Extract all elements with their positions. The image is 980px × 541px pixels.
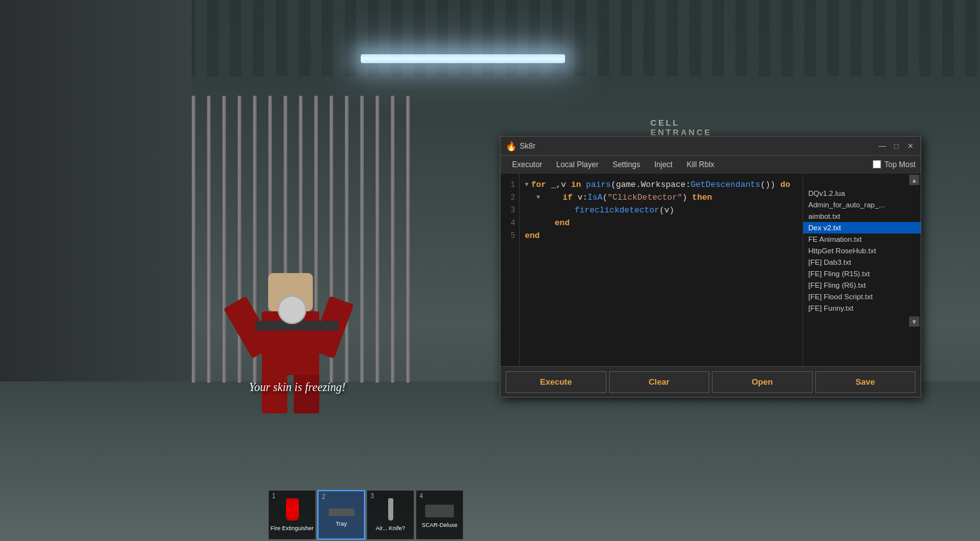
close-button[interactable]: ✕ (905, 141, 916, 151)
code-line-2: ▼ if v: IsA ( "ClickDetector" ) then (525, 191, 797, 204)
freeze-notification: Your skin is freezing! (249, 381, 345, 394)
maximize-button[interactable]: □ (891, 141, 901, 151)
file-panel: ▲ DQv1.2.lua Admin_for_auto_rap_... aimb… (803, 174, 921, 366)
bar (207, 96, 211, 383)
code-editor[interactable]: 1 2 3 4 5 ▼ for _,v in pairs (game.Works… (501, 174, 803, 366)
top-most-label: Top Most (884, 160, 916, 169)
file-item-5[interactable]: HttpGet RoseHub.txt (803, 245, 921, 256)
menu-settings[interactable]: Settings (606, 158, 646, 171)
clear-button[interactable]: Clear (609, 371, 710, 393)
line-num-3: 3 (501, 204, 515, 217)
bar (375, 96, 379, 383)
scroll-up-button[interactable]: ▲ (909, 175, 919, 185)
file-item-7[interactable]: [FE] Fling (R15).txt (803, 268, 921, 279)
code-line-3: fireclickdetector (v) (525, 204, 797, 217)
slot-number-1: 1 (272, 493, 276, 500)
save-button[interactable]: Save (815, 371, 916, 393)
bar (192, 96, 195, 383)
title-bar[interactable]: 🔥 Sk8r — □ ✕ (501, 137, 921, 156)
file-item-4[interactable]: FE Animation.txt (803, 233, 921, 245)
executor-content: 1 2 3 4 5 ▼ for _,v in pairs (game.Works… (501, 174, 921, 366)
scroll-buttons: ▲ (803, 174, 921, 186)
scar-icon (425, 505, 454, 517)
menu-kill-rblx[interactable]: Kill Rblx (680, 158, 720, 171)
bar (391, 96, 395, 383)
top-most-checkbox[interactable] (873, 160, 881, 168)
bar (222, 96, 226, 383)
tray-icon (329, 508, 354, 516)
slot-label-1: Fire Extinguisher (271, 522, 314, 532)
line-numbers: 1 2 3 4 5 (501, 174, 520, 366)
toggle-1: ▼ (525, 179, 529, 191)
slot-label-2: Tray (336, 517, 347, 528)
menu-bar: Executor Local Player Settings Inject Ki… (501, 156, 921, 174)
menu-executor[interactable]: Executor (506, 158, 548, 171)
file-item-8[interactable]: [FE] Fling (R6).txt (803, 279, 921, 291)
executor-window: 🔥 Sk8r — □ ✕ Executor Local Player Setti… (500, 136, 921, 397)
code-line-1: ▼ for _,v in pairs (game.Workspace: GetD… (525, 179, 797, 191)
hotbar-slot-4[interactable]: 4 SCAR-Deluxe (416, 490, 464, 540)
file-item-0[interactable]: DQv1.2.lua (803, 188, 921, 199)
top-most-area: Top Most (873, 160, 916, 169)
extinguisher-icon (286, 498, 299, 521)
hotbar-slot-2[interactable]: 2 Tray (317, 490, 365, 540)
file-item-2[interactable]: aimbot.txt (803, 211, 921, 222)
file-item-9[interactable]: [FE] Flood Script.txt (803, 291, 921, 302)
bar (406, 96, 410, 383)
bar (360, 96, 364, 383)
scroll-down-buttons: ▼ (803, 315, 921, 328)
executor-toolbar: Execute Clear Open Save (501, 366, 921, 397)
file-item-1[interactable]: Admin_for_auto_rap_... (803, 199, 921, 211)
toggle-2: ▼ (525, 191, 540, 204)
slot-number-4: 4 (419, 493, 423, 500)
scroll-down-button[interactable]: ▼ (909, 316, 919, 327)
line-num-4: 4 (501, 217, 515, 230)
slot-number-2: 2 (322, 493, 326, 500)
char-tray-plate (278, 295, 306, 324)
hotbar-slot-1[interactable]: 1 Fire Extinguisher (268, 490, 316, 540)
window-controls: — □ ✕ (877, 141, 916, 151)
file-item-6[interactable]: [FE] Dab3.txt (803, 256, 921, 268)
menu-local-player[interactable]: Local Player (550, 158, 605, 171)
code-content[interactable]: ▼ for _,v in pairs (game.Workspace: GetD… (520, 174, 803, 366)
line-num-2: 2 (501, 191, 515, 204)
slot-number-3: 3 (370, 493, 374, 500)
open-button[interactable]: Open (712, 371, 813, 393)
file-item-3[interactable]: Dex v2.txt (803, 222, 921, 233)
execute-button[interactable]: Execute (506, 371, 607, 393)
line-num-5: 5 (501, 230, 515, 242)
app-icon: 🔥 (506, 141, 516, 151)
line-num-1: 1 (501, 179, 515, 191)
window-title: Sk8r (520, 142, 877, 151)
cell-entrance-sign: CELLENTRANCE (651, 118, 712, 137)
code-line-4: end (525, 217, 797, 230)
hotbar: 1 Fire Extinguisher 2 Tray 3 Air... Knif… (268, 490, 464, 541)
knife-icon (388, 498, 393, 521)
menu-inject[interactable]: Inject (648, 158, 679, 171)
file-list: DQv1.2.lua Admin_for_auto_rap_... aimbot… (803, 186, 921, 315)
ceiling-light-2 (361, 54, 565, 63)
slot-label-4: SCAR-Deluxe (421, 519, 457, 529)
minimize-button[interactable]: — (877, 141, 887, 151)
code-line-5: end (525, 230, 797, 242)
file-item-10[interactable]: [FE] Funny.txt (803, 302, 921, 314)
hotbar-slot-3[interactable]: 3 Air... Knife? (366, 490, 414, 540)
slot-label-3: Air... Knife? (375, 522, 405, 532)
